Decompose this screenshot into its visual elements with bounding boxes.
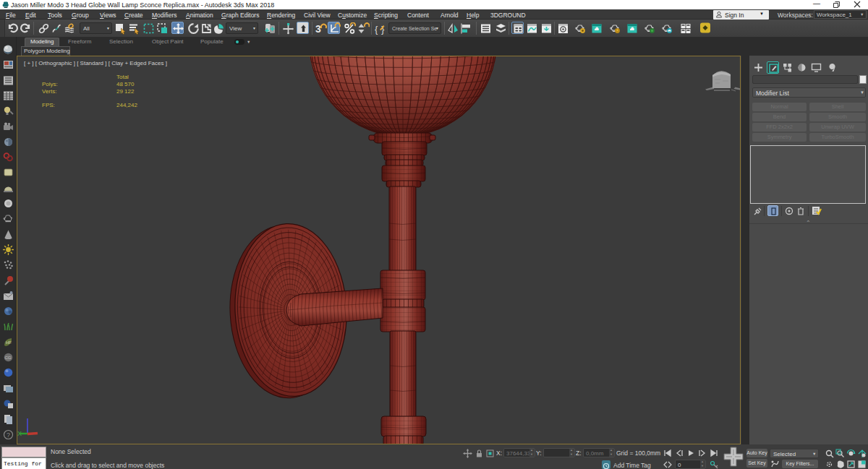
svg-text:3: 3 [315, 23, 321, 35]
svg-text:X: X [17, 430, 22, 437]
svg-text:{: { [375, 24, 378, 35]
svg-text:CG: CG [5, 356, 12, 360]
svg-text:?: ? [7, 431, 10, 439]
svg-text:HF: HF [6, 340, 12, 345]
